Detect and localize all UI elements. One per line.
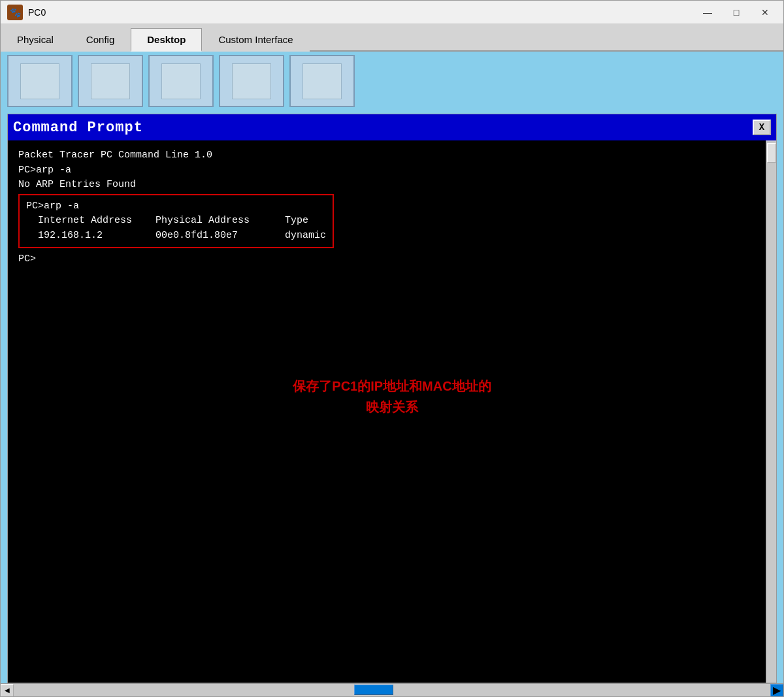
tab-physical[interactable]: Physical <box>1 28 70 52</box>
vertical-scrollbar[interactable] <box>766 140 776 683</box>
desktop-icon-3[interactable] <box>148 55 214 107</box>
scroll-right-end[interactable]: ▶ <box>770 684 783 697</box>
scroll-thumb[interactable] <box>767 143 776 163</box>
cmd-prompt-after: PC> <box>18 252 766 267</box>
window-title: PC0 <box>28 7 696 18</box>
desktop-icon-4[interactable] <box>219 55 284 107</box>
desktop-icon-2[interactable] <box>78 55 143 107</box>
tab-bar: Physical Config Desktop Custom Interface <box>1 24 783 52</box>
arp-row: 192.168.1.2 00e0.8fd1.80e7 dynamic <box>26 229 326 244</box>
title-bar: 🐾 PC0 — □ ✕ <box>1 1 783 24</box>
cmd-title-text: Command Prompt <box>13 120 143 136</box>
minimize-button[interactable]: — <box>696 3 719 22</box>
desktop-icon-5[interactable] <box>289 55 355 107</box>
desktop-strip <box>1 52 783 110</box>
desktop-icon-inner-3 <box>161 63 201 99</box>
desktop-icon-inner-5 <box>302 63 342 99</box>
tab-config[interactable]: Config <box>70 28 131 52</box>
desktop-icon-1[interactable] <box>7 55 73 107</box>
cmd-body[interactable]: Packet Tracer PC Command Line 1.0 PC>arp… <box>8 140 776 683</box>
scroll-h-thumb[interactable] <box>354 685 393 695</box>
tab-custom-interface[interactable]: Custom Interface <box>202 28 309 52</box>
annotation-line2: 映射关系 <box>293 397 491 417</box>
arp-command: PC>arp -a <box>26 199 326 214</box>
main-window: 🐾 PC0 — □ ✕ Physical Config Desktop Cust… <box>0 0 784 697</box>
app-icon: 🐾 <box>7 5 23 20</box>
desktop-icon-inner-2 <box>91 63 130 99</box>
desktop-icon-inner-1 <box>20 63 59 99</box>
horizontal-scrollbar[interactable]: ◀ ▶ <box>1 683 783 696</box>
arp-highlight-box: PC>arp -a Internet Address Physical Addr… <box>18 194 334 249</box>
tab-desktop[interactable]: Desktop <box>131 28 202 52</box>
maximize-button[interactable]: □ <box>725 3 748 22</box>
scroll-h-track[interactable] <box>14 684 770 696</box>
cmd-window: Command Prompt X Packet Tracer PC Comman… <box>7 114 777 683</box>
desktop-icon-inner-4 <box>232 63 271 99</box>
main-content: Command Prompt X Packet Tracer PC Comman… <box>1 52 783 696</box>
window-controls: — □ ✕ <box>696 3 777 22</box>
cmd-output-line2: PC>arp -a <box>18 163 766 178</box>
annotation: 保存了PC1的IP地址和MAC地址的 映射关系 <box>293 376 491 417</box>
annotation-line1: 保存了PC1的IP地址和MAC地址的 <box>293 376 491 397</box>
cmd-close-button[interactable]: X <box>753 120 771 135</box>
cmd-output-line3: No ARP Entries Found <box>18 178 766 193</box>
close-button[interactable]: ✕ <box>753 3 777 22</box>
scroll-left-button[interactable]: ◀ <box>1 684 14 697</box>
cmd-container: Command Prompt X Packet Tracer PC Comman… <box>1 110 783 683</box>
arp-header: Internet Address Physical Address Type <box>26 214 326 229</box>
cmd-output-line1: Packet Tracer PC Command Line 1.0 <box>18 148 766 163</box>
cmd-title-bar: Command Prompt X <box>8 114 776 140</box>
